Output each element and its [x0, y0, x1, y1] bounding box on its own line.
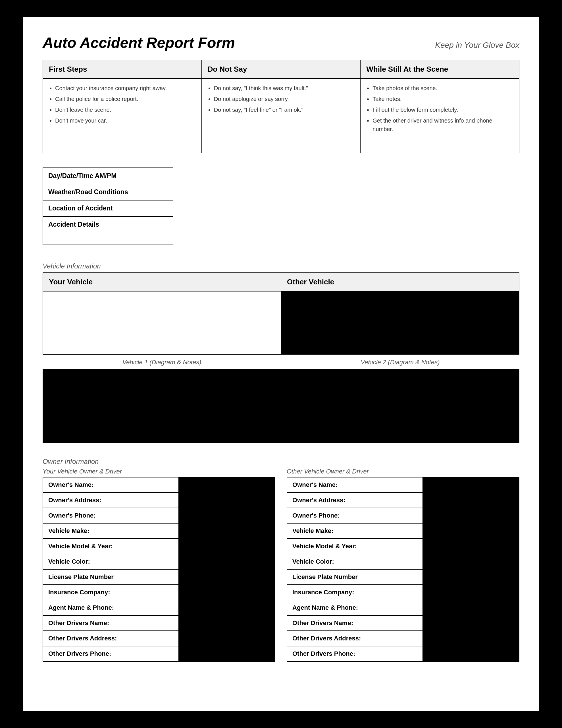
col1-header: First Steps [43, 60, 202, 78]
first-steps-item-4: Don't move your car. [55, 116, 196, 125]
other-owner-fields: Owner's Name: Owner's Address: Owner's P… [287, 477, 519, 662]
owner-address-label[interactable]: Owner's Address: [43, 493, 179, 508]
first-steps-item-1: Contact your insurance company right awa… [55, 84, 196, 92]
other-vehicle-header: Other Vehicle [281, 273, 519, 291]
other-drivers-name-label[interactable]: Other Drivers Name: [43, 615, 179, 631]
accident-field-details[interactable]: Accident Details [43, 216, 173, 245]
do-not-say-content: Do not say, "I think this was my fault."… [202, 79, 361, 153]
scene-item-2: Take notes. [372, 95, 513, 103]
your-vehicle-content [43, 291, 281, 354]
accident-field-datetime[interactable]: Day/Date/Time AM/PM [43, 168, 173, 184]
vehicle-color-label[interactable]: Vehicle Color: [43, 554, 179, 569]
other-drivers-address-label[interactable]: Other Drivers Address: [43, 631, 179, 646]
page-container: Auto Accident Report Form Keep in Your G… [23, 17, 539, 711]
scene-item-3: Fill out the below form completely. [372, 106, 513, 114]
your-owner-fields: Owner's Name: Owner's Address: Owner's P… [43, 477, 275, 662]
page-title: Auto Accident Report Form [43, 34, 235, 51]
other-vehicle-color-label[interactable]: Vehicle Color: [287, 554, 423, 569]
page-header: Auto Accident Report Form Keep in Your G… [43, 34, 519, 51]
while-at-scene-content: Take photos of the scene. Take notes. Fi… [360, 79, 519, 153]
header-content-row: Contact your insurance company right awa… [43, 79, 519, 153]
page-subtitle: Keep in Your Glove Box [435, 41, 519, 50]
scene-item-4: Get the other driver and witness info an… [372, 116, 513, 133]
agent-name-phone-label[interactable]: Agent Name & Phone: [43, 600, 179, 615]
your-owner-table: Owner's Name: Owner's Address: Owner's P… [43, 477, 179, 662]
your-vehicle-owner-col: Your Vehicle Owner & Driver Owner's Name… [43, 468, 275, 662]
other-license-plate-label[interactable]: License Plate Number [287, 569, 423, 585]
your-owner-fill [179, 477, 275, 662]
vehicle-model-year-label[interactable]: Vehicle Model & Year: [43, 539, 179, 554]
your-vehicle-owner-label: Your Vehicle Owner & Driver [43, 468, 275, 475]
vehicle2-diagram [281, 369, 519, 443]
col2-header: Do Not Say [202, 60, 360, 78]
owner-phone-label[interactable]: Owner's Phone: [43, 508, 179, 523]
first-steps-item-2: Call the police for a police report. [55, 95, 196, 103]
license-plate-label[interactable]: License Plate Number [43, 569, 179, 585]
accident-field-weather[interactable]: Weather/Road Conditions [43, 184, 173, 200]
owner-info-section: Owner Information Your Vehicle Owner & D… [43, 458, 519, 662]
accident-info-table: Day/Date/Time AM/PM Weather/Road Conditi… [43, 167, 173, 245]
your-vehicle-header: Your Vehicle [43, 273, 281, 291]
first-steps-content: Contact your insurance company right awa… [43, 79, 202, 153]
vehicle1-diagram-label: Vehicle 1 (Diagram & Notes) [43, 357, 281, 368]
other-owner-name-label[interactable]: Owner's Name: [287, 477, 423, 493]
owner-section-title: Owner Information [43, 458, 519, 466]
other-agent-name-phone-label[interactable]: Agent Name & Phone: [287, 600, 423, 615]
vehicle-diagram-area [43, 369, 519, 443]
first-steps-item-3: Don't leave the scene. [55, 106, 196, 114]
vehicle2-diagram-label: Vehicle 2 (Diagram & Notes) [281, 357, 519, 368]
other-other-drivers-phone-label[interactable]: Other Drivers Phone: [287, 646, 423, 661]
insurance-company-label[interactable]: Insurance Company: [43, 585, 179, 600]
vehicle-content-row [43, 291, 519, 355]
other-owner-label-col: Owner's Name: Owner's Address: Owner's P… [287, 477, 423, 662]
owner-two-col: Your Vehicle Owner & Driver Owner's Name… [43, 468, 519, 662]
do-not-say-item-1: Do not say, "I think this was my fault." [214, 84, 354, 92]
other-drivers-phone-label[interactable]: Other Drivers Phone: [43, 646, 179, 661]
do-not-say-item-2: Do not apologize or say sorry. [214, 95, 354, 103]
other-vehicle-content [281, 291, 519, 354]
other-owner-fill [423, 477, 519, 662]
accident-field-location[interactable]: Location of Accident [43, 200, 173, 216]
your-owner-label-col: Owner's Name: Owner's Address: Owner's P… [43, 477, 179, 662]
do-not-say-item-3: Do not say, "I feel fine" or "I am ok." [214, 106, 354, 114]
header-table: First Steps Do Not Say While Still At th… [43, 60, 519, 79]
other-vehicle-model-year-label[interactable]: Vehicle Model & Year: [287, 539, 423, 554]
other-other-drivers-address-label[interactable]: Other Drivers Address: [287, 631, 423, 646]
other-other-drivers-name-label[interactable]: Other Drivers Name: [287, 615, 423, 631]
scene-item-1: Take photos of the scene. [372, 84, 513, 92]
vehicle1-diagram [43, 369, 281, 443]
other-vehicle-make-label[interactable]: Vehicle Make: [287, 523, 423, 539]
other-owner-phone-label[interactable]: Owner's Phone: [287, 508, 423, 523]
vehicle-section-title: Vehicle Information [43, 262, 519, 270]
other-insurance-company-label[interactable]: Insurance Company: [287, 585, 423, 600]
accident-info-section: Day/Date/Time AM/PM Weather/Road Conditi… [43, 167, 519, 245]
other-vehicle-owner-label: Other Vehicle Owner & Driver [287, 468, 519, 475]
other-owner-address-label[interactable]: Owner's Address: [287, 493, 423, 508]
vehicle-make-label[interactable]: Vehicle Make: [43, 523, 179, 539]
other-vehicle-owner-col: Other Vehicle Owner & Driver Owner's Nam… [287, 468, 519, 662]
diagram-label-row: Vehicle 1 (Diagram & Notes) Vehicle 2 (D… [43, 357, 519, 368]
vehicle-header-table: Your Vehicle Other Vehicle [43, 272, 519, 291]
col3-header: While Still At the Scene [360, 60, 519, 78]
owner-name-label[interactable]: Owner's Name: [43, 477, 179, 493]
other-owner-table: Owner's Name: Owner's Address: Owner's P… [287, 477, 423, 662]
